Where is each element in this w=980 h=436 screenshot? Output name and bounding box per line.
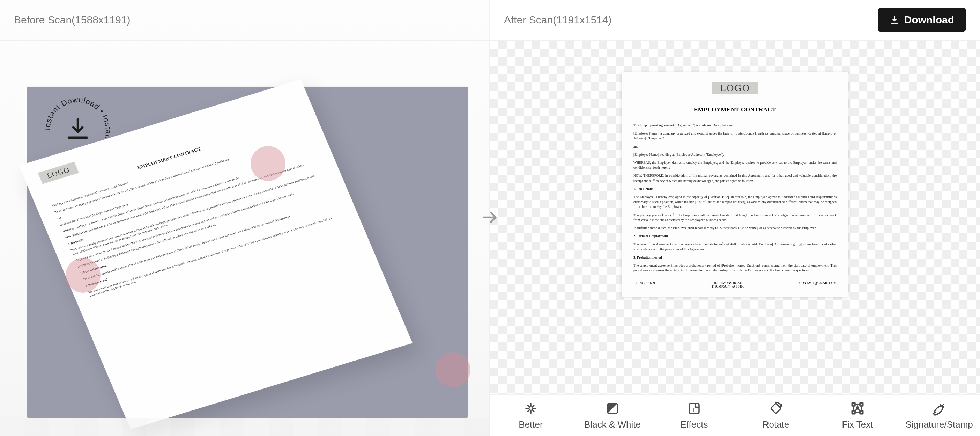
doc-body: This Employment Agreement ("Agreement") … (633, 123, 837, 273)
tool-label: Fix Text (842, 419, 873, 430)
pen-icon (932, 401, 947, 416)
floor-decoration (0, 418, 489, 436)
before-title: Before Scan(1588x1191) (14, 14, 130, 26)
app-root: Before Scan(1588x1191) Instant Download … (0, 0, 980, 436)
tool-bw[interactable]: Black & White (572, 395, 653, 436)
text-icon (850, 401, 865, 416)
effects-icon: + (687, 401, 702, 416)
after-title: After Scan(1191x1514) (504, 14, 612, 26)
before-body: Instant Download • Instant Download • LO… (0, 40, 489, 436)
logo-box: LOGO (712, 82, 758, 94)
tool-rotate[interactable]: Rotate (735, 395, 817, 436)
tool-fixtext[interactable]: Fix Text (817, 395, 898, 436)
after-header: After Scan(1191x1514) Download (490, 0, 980, 40)
scanned-document[interactable]: LOGO EMPLOYMENT CONTRACT This Employment… (622, 72, 848, 297)
svg-point-10 (943, 404, 944, 405)
footer-addr1: 101 SIMONS ROAD (712, 281, 745, 285)
crop-handle[interactable] (436, 352, 471, 387)
before-header: Before Scan(1588x1191) (0, 0, 489, 40)
footer-email: CONTACT@EMAIL.COM (799, 281, 837, 288)
download-label: Download (904, 14, 954, 26)
doc-title: EMPLOYMENT CONTRACT (633, 106, 837, 113)
tool-effects[interactable]: + Effects (653, 395, 735, 436)
svg-text:+: + (692, 406, 695, 413)
contrast-icon (605, 401, 620, 416)
rotate-icon (768, 401, 783, 416)
tool-label: Black & White (584, 419, 641, 430)
after-body: LOGO EMPLOYMENT CONTRACT This Employment… (490, 40, 980, 436)
footer-addr2: THOMPSON, PA 18465 (712, 285, 745, 288)
crop-handle[interactable] (251, 146, 285, 181)
doc-footer: +1 570-727-6999 101 SIMONS ROAD THOMPSON… (633, 281, 837, 288)
svg-point-11 (935, 411, 936, 413)
tool-label: Rotate (762, 419, 789, 430)
footer-phone: +1 570-727-6999 (633, 281, 657, 288)
tool-signature[interactable]: Signature/Stamp (898, 395, 980, 436)
download-button[interactable]: Download (878, 8, 966, 32)
before-pane: Before Scan(1588x1191) Instant Download … (0, 0, 490, 436)
arrow-icon (480, 208, 500, 228)
tool-label: Effects (680, 419, 708, 430)
logo-box: LOGO (38, 162, 79, 184)
svg-rect-5 (771, 403, 781, 414)
tool-label: Better (519, 419, 543, 430)
download-icon (64, 116, 91, 143)
download-icon (889, 15, 899, 25)
crop-handle[interactable] (65, 258, 100, 293)
toolbar: Better Black & White + Effects (490, 394, 980, 436)
tool-label: Signature/Stamp (905, 419, 973, 430)
tool-better[interactable]: Better (490, 395, 572, 436)
after-pane: After Scan(1191x1514) Download LOGO EMPL… (490, 0, 980, 436)
sparkle-icon (523, 401, 538, 416)
before-image[interactable]: Instant Download • Instant Download • LO… (27, 87, 468, 418)
